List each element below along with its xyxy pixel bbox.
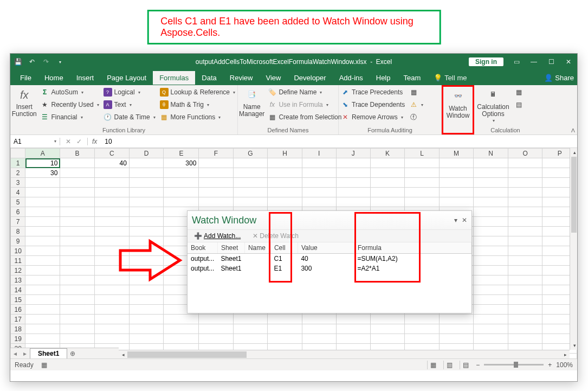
- cell-N15[interactable]: [474, 295, 508, 305]
- scroll-left-icon[interactable]: ◂: [119, 350, 127, 359]
- cell-M18[interactable]: [439, 324, 474, 334]
- cell-C4[interactable]: [94, 188, 129, 197]
- cell-K2[interactable]: [370, 168, 404, 178]
- cell-D6[interactable]: [129, 207, 164, 217]
- cell-N5[interactable]: [474, 197, 508, 207]
- cell-O7[interactable]: [508, 217, 542, 227]
- financial-button[interactable]: ☰Financial▾: [41, 112, 99, 123]
- vertical-scrollbar[interactable]: ▴ ▾: [570, 148, 577, 350]
- cancel-formula-icon[interactable]: ✕: [66, 138, 71, 145]
- tab-addins[interactable]: Add-ins: [333, 71, 370, 85]
- cell-K17[interactable]: [370, 315, 404, 324]
- cell-E3[interactable]: [164, 178, 199, 188]
- cell-M5[interactable]: [439, 197, 474, 207]
- logical-button[interactable]: ?Logical▾: [104, 87, 156, 98]
- cell-D4[interactable]: [129, 188, 164, 197]
- cell-N6[interactable]: [474, 207, 508, 217]
- cell-L1[interactable]: [405, 158, 439, 168]
- cell-O9[interactable]: [508, 236, 542, 246]
- cell-J2[interactable]: [336, 168, 370, 178]
- col-header-E[interactable]: E: [164, 149, 199, 158]
- qat-dropdown-icon[interactable]: ▾: [56, 60, 64, 65]
- cell-C5[interactable]: [94, 197, 129, 207]
- cell-F3[interactable]: [199, 178, 233, 188]
- add-watch-button[interactable]: ➕ Add Watch...: [191, 231, 244, 241]
- cell-H18[interactable]: [268, 324, 302, 334]
- cell-D1[interactable]: [129, 158, 164, 168]
- tab-team[interactable]: Team: [397, 71, 428, 85]
- cell-L4[interactable]: [405, 188, 439, 197]
- cell-C16[interactable]: [94, 305, 129, 315]
- cell-A19[interactable]: [25, 334, 60, 344]
- cell-A7[interactable]: [25, 217, 60, 227]
- row-header-18[interactable]: 18: [11, 324, 25, 334]
- scroll-down-icon[interactable]: ▾: [570, 341, 577, 350]
- row-header-8[interactable]: 8: [11, 227, 25, 236]
- col-header-J[interactable]: J: [336, 149, 370, 158]
- redo-icon[interactable]: ↷: [42, 58, 50, 66]
- row-header-10[interactable]: 10: [11, 246, 25, 256]
- math-button[interactable]: θMath & Trig▾: [160, 99, 235, 110]
- cell-N9[interactable]: [474, 236, 508, 246]
- cell-N8[interactable]: [474, 227, 508, 236]
- zoom-out-button[interactable]: −: [476, 361, 480, 369]
- select-all-corner[interactable]: [11, 149, 25, 158]
- row-header-4[interactable]: 4: [11, 188, 25, 197]
- col-header-L[interactable]: L: [405, 149, 439, 158]
- scroll-right-icon[interactable]: ▸: [561, 350, 570, 359]
- zoom-level[interactable]: 100%: [556, 361, 573, 369]
- create-from-selection-button[interactable]: ▦Create from Selection: [268, 112, 341, 123]
- cell-O19[interactable]: [508, 334, 542, 344]
- cell-G3[interactable]: [233, 178, 268, 188]
- share-button[interactable]: 👤 Share: [544, 74, 574, 82]
- cell-A6[interactable]: [25, 207, 60, 217]
- cell-C18[interactable]: [94, 324, 129, 334]
- cell-F18[interactable]: [199, 324, 233, 334]
- cell-J3[interactable]: [336, 178, 370, 188]
- error-checking-button[interactable]: ⚠▾: [409, 99, 423, 110]
- cell-O5[interactable]: [508, 197, 542, 207]
- cell-E18[interactable]: [164, 324, 199, 334]
- cell-O17[interactable]: [508, 315, 542, 324]
- col-header-M[interactable]: M: [439, 149, 474, 158]
- cell-M2[interactable]: [439, 168, 474, 178]
- cell-C15[interactable]: [94, 295, 129, 305]
- cell-B10[interactable]: [60, 246, 94, 256]
- cell-B2[interactable]: [60, 168, 94, 178]
- cell-A12[interactable]: [25, 266, 60, 275]
- col-header-C[interactable]: C: [94, 149, 129, 158]
- cell-J17[interactable]: [336, 315, 370, 324]
- cell-A10[interactable]: [25, 246, 60, 256]
- cell-B8[interactable]: [60, 227, 94, 236]
- cell-J5[interactable]: [336, 197, 370, 207]
- row-header-14[interactable]: 14: [11, 285, 25, 295]
- cell-O3[interactable]: [508, 178, 542, 188]
- scroll-up-icon[interactable]: ▴: [570, 148, 577, 157]
- col-header-B[interactable]: B: [60, 149, 94, 158]
- cell-G18[interactable]: [233, 324, 268, 334]
- remove-arrows-button[interactable]: ✕Remove Arrows▾: [341, 112, 405, 123]
- cell-D2[interactable]: [129, 168, 164, 178]
- cell-L2[interactable]: [405, 168, 439, 178]
- cell-D14[interactable]: [129, 285, 164, 295]
- undo-icon[interactable]: ↶: [28, 58, 36, 66]
- row-header-12[interactable]: 12: [11, 266, 25, 275]
- cell-O1[interactable]: [508, 158, 542, 168]
- cell-K4[interactable]: [370, 188, 404, 197]
- row-header-11[interactable]: 11: [11, 256, 25, 266]
- cell-A16[interactable]: [25, 305, 60, 315]
- col-header-D[interactable]: D: [129, 149, 164, 158]
- tab-formulas[interactable]: Formulas: [153, 71, 195, 85]
- page-break-view-icon[interactable]: ▤: [460, 361, 471, 369]
- cell-N1[interactable]: [474, 158, 508, 168]
- cell-F4[interactable]: [199, 188, 233, 197]
- cell-L17[interactable]: [405, 315, 439, 324]
- cell-N16[interactable]: [474, 305, 508, 315]
- cell-B5[interactable]: [60, 197, 94, 207]
- cell-N19[interactable]: [474, 334, 508, 344]
- page-layout-view-icon[interactable]: ▥: [443, 361, 455, 369]
- cell-O8[interactable]: [508, 227, 542, 236]
- h-scroll-thumb[interactable]: [127, 351, 247, 358]
- cell-H2[interactable]: [268, 168, 302, 178]
- calculation-options-button[interactable]: 🖩 Calculation Options ▾: [474, 85, 512, 127]
